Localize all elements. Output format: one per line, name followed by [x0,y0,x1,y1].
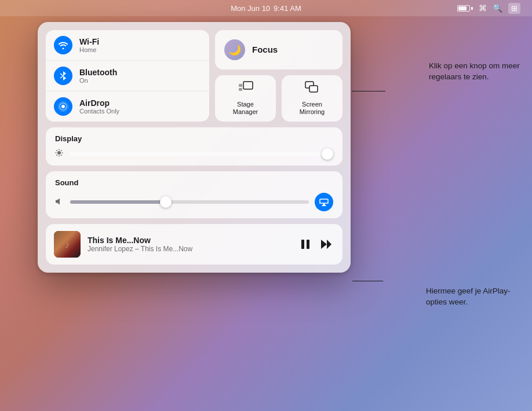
wifi-menubar-icon: ⌘ [479,3,487,13]
brightness-slider[interactable] [69,152,333,156]
svg-rect-21 [307,240,309,249]
stage-manager-button[interactable]: StageManager [215,75,276,122]
menu-bar: ⌘ 🔍 ⊞ Mon Jun 10 9:41 AM [0,0,532,16]
svg-text:♪: ♪ [65,239,70,251]
menu-bar-time: 9:41 AM [274,4,301,13]
brightness-low-icon [55,149,63,159]
wifi-item[interactable]: Wi-Fi Home [46,30,209,61]
focus-label: Focus [252,45,278,54]
svg-point-8 [57,151,61,155]
callout-top: Klik op een knop om meer regelaars te zi… [429,61,522,83]
bluetooth-icon [54,67,72,85]
wifi-icon [54,36,72,54]
screen-mirroring-icon [305,81,320,97]
skip-forward-button[interactable] [318,237,334,252]
bluetooth-item[interactable]: Bluetooth On [46,61,209,91]
stage-manager-icon [238,81,253,97]
callout-line-top [352,91,385,91]
connectivity-block: Wi-Fi Home Bluetooth On [46,30,209,122]
svg-rect-20 [301,240,304,249]
menu-bar-datetime: Mon Jun 10 9:41 AM [231,4,301,13]
svg-line-15 [61,150,61,151]
track-title: This Is Me...Now [88,236,291,245]
track-info: This Is Me...Now Jennifer Lopez – This I… [88,236,291,253]
focus-button[interactable]: 🌙 Focus [215,30,342,69]
bluetooth-text: Bluetooth On [79,68,117,84]
menu-bar-status-icons: ⌘ 🔍 ⊞ [457,3,520,14]
svg-point-0 [61,105,65,108]
brightness-slider-row [55,149,333,159]
display-section: Display [46,127,342,166]
airdrop-item[interactable]: AirDrop Contacts Only [46,91,209,122]
svg-line-14 [61,155,61,155]
callout-bottom: Hiermee geef je AirPlay-opties weer. [426,286,522,308]
stage-mirror-row: StageManager ScreenMirroring [215,75,342,122]
svg-rect-4 [239,84,242,87]
volume-thumb[interactable] [160,196,172,208]
svg-rect-5 [239,88,242,91]
wifi-text: Wi-Fi Home [79,37,99,53]
focus-icon: 🌙 [224,39,245,60]
svg-line-13 [56,150,57,151]
airplay-button[interactable] [315,193,333,211]
top-section: Wi-Fi Home Bluetooth On [46,30,342,122]
battery-icon [457,5,473,12]
right-column: 🌙 Focus StageManager [215,30,342,122]
album-art: ♪ [54,231,81,258]
airdrop-text: AirDrop Contacts Only [79,98,119,115]
svg-rect-3 [243,82,253,89]
display-label: Display [55,134,333,143]
volume-row [55,193,333,211]
svg-line-16 [56,155,57,155]
sound-label: Sound [55,178,333,187]
control-center-button[interactable]: ⊞ [508,3,520,14]
control-center-panel: Wi-Fi Home Bluetooth On [38,22,351,273]
volume-slider[interactable] [70,200,309,204]
brightness-thumb[interactable] [322,148,333,160]
callout-line-bottom [352,281,383,281]
volume-icon [55,197,64,207]
now-playing-section: ♪ This Is Me...Now Jennifer Lopez – This… [46,224,342,265]
playback-controls [298,237,334,252]
track-artist: Jennifer Lopez – This Is Me...Now [88,245,291,253]
album-art-image: ♪ [54,231,81,258]
search-menubar-icon: 🔍 [493,3,502,13]
pause-button[interactable] [298,237,312,252]
screen-mirroring-label: ScreenMirroring [300,101,325,116]
sound-section: Sound [46,171,342,218]
svg-rect-7 [309,86,318,92]
menu-bar-date: Mon Jun 10 [231,4,270,13]
screen-mirroring-button[interactable]: ScreenMirroring [282,75,342,122]
stage-manager-label: StageManager [233,101,258,116]
airdrop-icon [54,97,72,116]
